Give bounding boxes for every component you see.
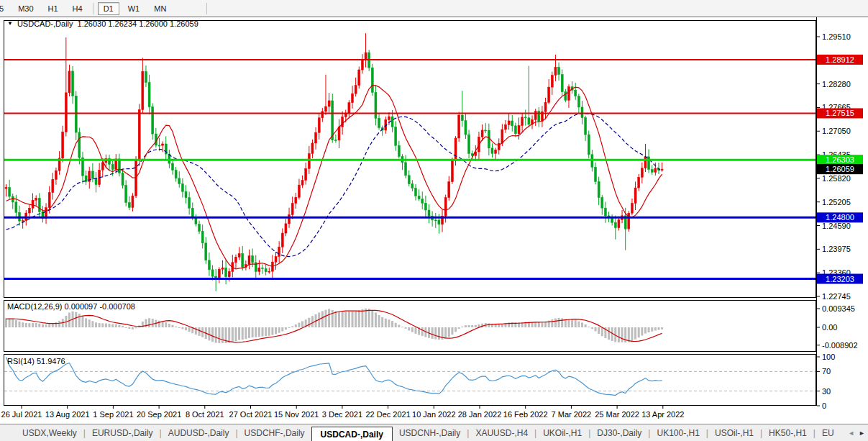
- chart-ohlc-readout: 1.26030 1.26234 1.26000 1.26059: [78, 19, 198, 28]
- svg-text:0.009345: 0.009345: [822, 304, 855, 313]
- svg-text:0.00: 0.00: [822, 323, 837, 332]
- chart-tab-usoil[interactable]: USOil-,H1: [708, 426, 760, 440]
- svg-text:28 Jan 2022: 28 Jan 2022: [458, 410, 502, 419]
- svg-text:10 Jan 2022: 10 Jan 2022: [412, 410, 456, 419]
- svg-text:15 Nov 2021: 15 Nov 2021: [274, 410, 319, 419]
- svg-text:13 Aug 2021: 13 Aug 2021: [45, 410, 90, 419]
- svg-text:70: 70: [822, 367, 831, 376]
- timeframe-mn[interactable]: MN: [148, 2, 172, 15]
- date-axis[interactable]: 26 Jul 202113 Aug 20211 Sep 202120 Sep 2…: [1, 406, 685, 419]
- tab-scroll-left-icon[interactable]: ◄: [848, 429, 854, 437]
- rsi-label: RSI(14) 51.9476: [7, 357, 65, 365]
- svg-text:22 Dec 2021: 22 Dec 2021: [365, 410, 410, 419]
- timeframe-m30[interactable]: M30: [12, 2, 39, 15]
- trading-terminal-window: 5 M30 H1 H4 D1 W1 MN 1.295101.282801.276…: [0, 0, 868, 441]
- svg-text:8 Oct 2021: 8 Oct 2021: [186, 410, 224, 419]
- svg-text:20 Sep 2021: 20 Sep 2021: [137, 410, 181, 419]
- svg-text:1.26059: 1.26059: [826, 165, 854, 173]
- timeframe-h4[interactable]: H4: [67, 2, 88, 15]
- svg-text:1.23203: 1.23203: [826, 275, 854, 283]
- chart-title: ▼ USDCAD-,Daily 1.26030 1.26234 1.26000 …: [7, 19, 198, 28]
- svg-text:1.22745: 1.22745: [822, 292, 851, 301]
- chart-tab-uk100[interactable]: UK100-,H1: [650, 426, 705, 440]
- chart-tab-eu-truncated[interactable]: EU: [816, 426, 841, 440]
- chart-tab-usdcnh[interactable]: USDCNH-,Daily: [393, 426, 467, 440]
- svg-text:1.25205: 1.25205: [822, 198, 851, 206]
- svg-text:1.24590: 1.24590: [822, 222, 851, 230]
- svg-text:1 Sep 2021: 1 Sep 2021: [93, 410, 133, 419]
- svg-text:1.24800: 1.24800: [826, 213, 854, 222]
- tab-scroll-controls: ◄ ►: [846, 424, 867, 441]
- chart-canvas[interactable]: 1.295101.282801.276651.270501.264351.258…: [0, 0, 868, 441]
- svg-text:1.27515: 1.27515: [826, 109, 854, 117]
- svg-text:7 Mar 2022: 7 Mar 2022: [552, 410, 592, 419]
- chart-tab-usdx[interactable]: USDX,Weekly: [16, 426, 83, 440]
- svg-text:-0.008902: -0.008902: [822, 341, 858, 350]
- svg-text:0: 0: [822, 401, 826, 410]
- tab-scroll-right-icon[interactable]: ►: [859, 429, 865, 437]
- svg-text:1.29510: 1.29510: [822, 32, 851, 41]
- svg-text:1.27050: 1.27050: [822, 127, 851, 135]
- toolbar-separator: [206, 3, 207, 14]
- svg-text:1.26303: 1.26303: [826, 155, 854, 164]
- chart-tab-hk50[interactable]: HK50-,H1: [762, 426, 813, 440]
- rsi-panel[interactable]: [4, 355, 816, 406]
- timeframe-d1[interactable]: D1: [98, 2, 119, 15]
- timeframe-m5[interactable]: 5: [0, 2, 9, 15]
- toolbar-separator: [93, 3, 93, 14]
- one-click-dropdown-icon[interactable]: ▼: [7, 21, 13, 27]
- chart-tab-usdcad[interactable]: USDCAD-,Daily: [311, 427, 393, 441]
- macd-label: MACD(12,26,9) 0.000097 -0.000708: [7, 302, 135, 311]
- svg-text:26 Jul 2021: 26 Jul 2021: [1, 410, 42, 419]
- svg-text:1.23975: 1.23975: [822, 245, 851, 253]
- svg-text:100: 100: [822, 353, 835, 361]
- chart-tab-dj30[interactable]: DJ30-,Daily: [590, 426, 648, 440]
- svg-text:16 Feb 2022: 16 Feb 2022: [503, 410, 548, 419]
- timeframe-w1[interactable]: W1: [122, 2, 146, 15]
- svg-text:13 Apr 2022: 13 Apr 2022: [641, 410, 684, 419]
- chart-tab-bar: USDX,Weekly | EURUSD-,Daily | AUDUSD-,Da…: [0, 424, 868, 441]
- svg-text:1.28912: 1.28912: [826, 55, 854, 64]
- timeframe-toolbar: 5 M30 H1 H4 D1 W1 MN: [0, 0, 868, 17]
- chart-symbol-title: USDCAD-,Daily: [17, 19, 73, 28]
- chart-tab-eurusd[interactable]: EURUSD-,Daily: [86, 426, 160, 440]
- chart-tab-usdchf[interactable]: USDCHF-,Daily: [238, 426, 311, 440]
- svg-text:25 Mar 2022: 25 Mar 2022: [595, 410, 639, 419]
- chart-tab-audusd[interactable]: AUDUSD-,Daily: [162, 426, 236, 440]
- svg-text:1.28280: 1.28280: [822, 80, 851, 88]
- svg-text:3 Dec 2021: 3 Dec 2021: [322, 410, 362, 419]
- svg-text:1.25820: 1.25820: [822, 174, 851, 183]
- timeframe-h1[interactable]: H1: [42, 2, 64, 15]
- svg-text:27 Oct 2021: 27 Oct 2021: [229, 410, 273, 419]
- svg-text:30: 30: [822, 387, 831, 396]
- chart-tab-xauusd[interactable]: XAUUSD-,H4: [469, 426, 534, 440]
- chart-tab-ukoil[interactable]: UKOil-,H1: [536, 426, 588, 440]
